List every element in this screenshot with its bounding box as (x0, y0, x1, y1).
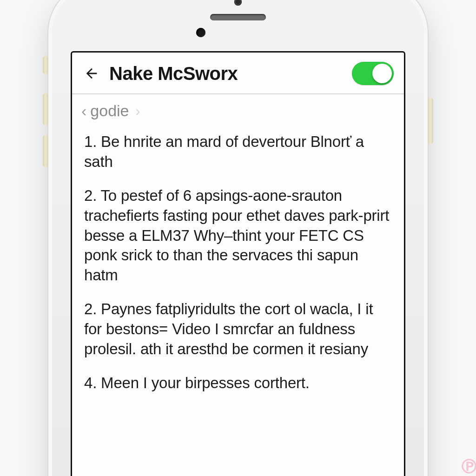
proximity-sensor (196, 28, 205, 37)
list-item: 4. Meen I your birpesses corthert. (84, 373, 392, 393)
power-button[interactable] (428, 98, 433, 144)
back-button[interactable] (82, 64, 101, 83)
chevron-left-icon: ‹ (81, 102, 86, 120)
list-item-text: 1. Be hnrite an mard of devertour Blnorť… (84, 132, 392, 172)
breadcrumb-trailing: › (136, 103, 140, 119)
list-item-text: 2. Paynes fatpliyridults the cort ol wac… (84, 299, 392, 359)
header-bar: Nake McSworx (72, 53, 404, 94)
watermark: ℗ (459, 455, 476, 476)
screen: Nake McSworx ‹ godie › 1. Be hnrite an m… (71, 51, 405, 476)
breadcrumb[interactable]: ‹ godie › (72, 94, 404, 125)
front-camera (234, 0, 242, 6)
volume-up-button[interactable] (43, 93, 48, 126)
arrow-left-icon (84, 66, 99, 81)
list-item: 2. Paynes fatpliyridults the cort ol wac… (84, 299, 392, 359)
breadcrumb-label: godie (90, 102, 129, 120)
page-title: Nake McSworx (109, 63, 344, 84)
list-item: 1. Be hnrite an mard of devertour Blnorť… (84, 132, 392, 172)
phone-frame: Nake McSworx ‹ godie › 1. Be hnrite an m… (47, 0, 429, 476)
list-item: 2. To pestef of 6 apsings-aone-srauton t… (84, 186, 392, 285)
earpiece-speaker (210, 14, 266, 20)
mute-switch[interactable] (43, 56, 48, 74)
volume-down-button[interactable] (43, 135, 48, 167)
list-item-text: 2. To pestef of 6 apsings-aone-srauton t… (84, 186, 392, 285)
list-item-text: 4. Meen I your birpesses corthert. (84, 373, 392, 393)
content-body: 1. Be hnrite an mard of devertour Blnorť… (72, 125, 404, 421)
toggle-knob (372, 64, 392, 83)
master-toggle[interactable] (352, 62, 394, 85)
